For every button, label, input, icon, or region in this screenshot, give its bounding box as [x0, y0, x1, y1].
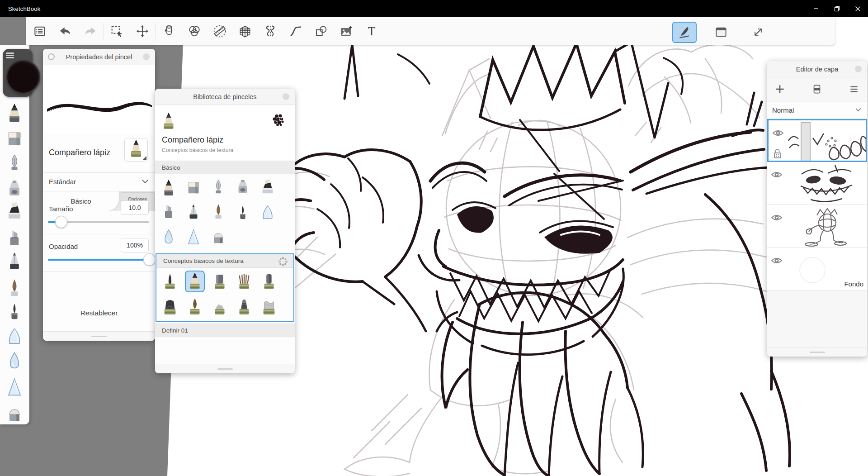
brush-tex-wide-marker[interactable] — [160, 296, 180, 318]
perspective-button[interactable] — [232, 19, 258, 43]
restore-button[interactable] — [826, 0, 847, 17]
opacity-value-field[interactable]: 100% — [121, 238, 149, 252]
brush-tex-rough[interactable] — [259, 296, 279, 318]
strip-brush-marker[interactable] — [4, 201, 25, 224]
strip-brush-inkpen[interactable] — [4, 153, 25, 176]
library-footer[interactable] — [155, 364, 295, 373]
ruler-button[interactable] — [207, 19, 232, 43]
import-image-button[interactable] — [334, 19, 359, 43]
strip-brush-pencil[interactable] — [4, 102, 25, 125]
panel-dot-icon[interactable] — [143, 53, 150, 60]
layer-editor-footer[interactable] — [767, 347, 867, 357]
layer-row-fondo[interactable]: Fondo — [767, 248, 867, 291]
layer-row-claws[interactable] — [767, 119, 867, 162]
color-brush-puck[interactable] — [3, 49, 33, 97]
brush-tex-block[interactable] — [210, 271, 230, 292]
pencil-brush-icon — [128, 139, 144, 161]
panel-dot-icon[interactable] — [283, 93, 289, 100]
properties-footer[interactable] — [43, 331, 155, 341]
panel-dot-icon[interactable] — [855, 66, 862, 72]
opacity-slider-handle[interactable] — [143, 253, 156, 266]
brush-eraser[interactable] — [184, 177, 203, 199]
brush-library-title: Biblioteca de pinceles — [193, 93, 256, 100]
new-window-button[interactable] — [708, 20, 734, 44]
current-brush-thumbnail[interactable] — [124, 138, 148, 162]
color-button[interactable] — [182, 19, 207, 43]
close-button[interactable] — [847, 0, 868, 17]
brush-properties-header[interactable]: Propiedades del pincel — [43, 49, 155, 65]
brush-marker[interactable] — [258, 177, 278, 199]
layer-row-body[interactable] — [767, 205, 867, 248]
brush-ballpoint[interactable] — [184, 202, 203, 224]
strip-brush-detail-brush[interactable] — [4, 301, 25, 324]
layer-row-face[interactable] — [767, 162, 867, 205]
strip-brush-dome[interactable] — [4, 404, 25, 426]
pin-ring-icon[interactable] — [48, 53, 55, 60]
strip-brush-ballpoint[interactable] — [4, 251, 25, 274]
stroke-button[interactable] — [283, 19, 308, 43]
strip-brush-airbrush[interactable] — [4, 179, 25, 201]
fullscreen-button[interactable] — [745, 20, 771, 44]
brush-tex-cylinder[interactable] — [259, 271, 279, 292]
section-definir[interactable]: Definir 01 — [155, 324, 295, 337]
puck-menu-icon[interactable] — [6, 52, 14, 59]
size-value-field[interactable]: 10.0 — [121, 200, 149, 215]
blend-mode-dropdown[interactable]: Normal — [767, 102, 867, 119]
layer-stack-button[interactable] — [808, 81, 826, 99]
brush-paintbrush[interactable] — [208, 202, 228, 224]
strip-brush-smudge[interactable] — [4, 326, 25, 348]
layer-editor-header[interactable]: Editor de capa — [767, 61, 867, 77]
layer-visibility-eye-icon[interactable] — [771, 170, 783, 179]
perspective-icon — [237, 24, 253, 39]
brush-tex-dark-tip[interactable] — [160, 271, 180, 292]
preset-dropdown[interactable]: Estándar — [43, 172, 155, 191]
brush-tex-round-brush[interactable] — [185, 296, 205, 318]
brush-tex-pencil[interactable] — [185, 271, 205, 292]
text-button[interactable]: T — [359, 19, 384, 43]
strip-brush-triangle[interactable] — [4, 377, 25, 400]
layer-menu-button[interactable] — [845, 81, 863, 99]
transform-button[interactable] — [130, 19, 155, 43]
menu-button[interactable] — [27, 19, 52, 43]
opacity-slider[interactable] — [48, 259, 149, 261]
brush-mode-button[interactable] — [672, 22, 697, 43]
brush-airbrush[interactable] — [233, 177, 253, 199]
brush-waterdrop[interactable] — [159, 227, 179, 249]
section-basico[interactable]: Básico — [155, 161, 295, 174]
texture-section: Conceptos básicos de textura — [156, 253, 294, 322]
section-textura[interactable]: Conceptos básicos de textura — [156, 254, 293, 268]
brush-tex-dome[interactable] — [210, 296, 230, 318]
size-slider[interactable] — [48, 221, 149, 223]
layer-visibility-eye-icon[interactable] — [771, 256, 783, 265]
selection-button[interactable] — [104, 19, 130, 43]
strip-brush-chisel[interactable] — [4, 228, 25, 251]
minimize-button[interactable] — [806, 0, 826, 17]
brush-tex-airbrush[interactable] — [234, 296, 254, 318]
brush-triangle[interactable] — [184, 227, 203, 249]
symmetry-button[interactable] — [258, 19, 283, 43]
brush-smudge[interactable] — [258, 202, 278, 224]
strip-brush-waterdrop[interactable] — [4, 351, 25, 373]
expand-icon — [751, 25, 765, 39]
fill-button[interactable] — [156, 19, 182, 43]
reset-button[interactable]: Restablecer — [43, 305, 155, 321]
brush-chisel[interactable] — [159, 202, 179, 224]
brush-detail-brush[interactable] — [233, 202, 253, 224]
brush-pencil[interactable] — [159, 177, 179, 199]
brush-library-header[interactable]: Biblioteca de pinceles — [155, 89, 295, 105]
add-layer-button[interactable] — [771, 81, 789, 99]
size-slider-handle[interactable] — [55, 216, 67, 228]
layer-lock-icon[interactable] — [773, 148, 783, 159]
redo-button[interactable] — [78, 19, 103, 43]
strip-brush-paintbrush[interactable] — [4, 278, 25, 301]
brush-inkpen[interactable] — [208, 177, 228, 199]
layer-visibility-eye-icon[interactable] — [771, 213, 783, 222]
strip-brush-eraser[interactable] — [4, 128, 25, 151]
shapes-button[interactable] — [308, 19, 334, 43]
brush-dome[interactable] — [208, 227, 228, 249]
current-color-swatch[interactable] — [6, 60, 40, 94]
layer-visibility-eye-icon[interactable] — [772, 129, 784, 138]
brush-tex-fan[interactable] — [234, 271, 254, 292]
undo-button[interactable] — [52, 19, 78, 43]
layer-label: Fondo — [844, 280, 863, 288]
